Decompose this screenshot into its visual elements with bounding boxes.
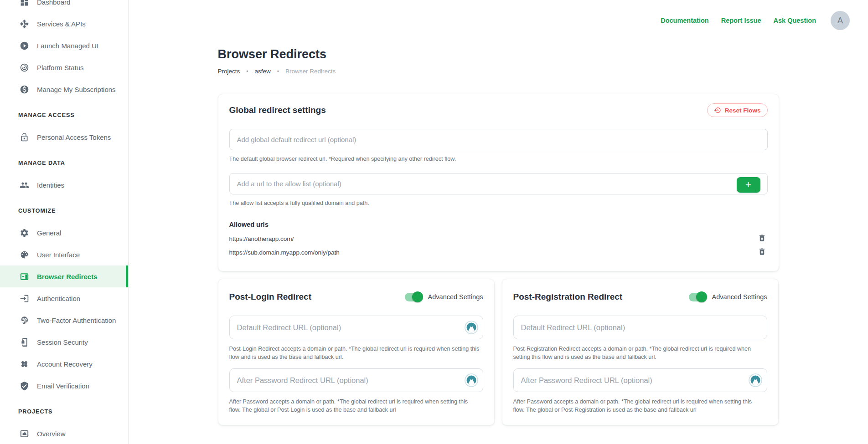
post-login-after-password-wrap [229,368,483,392]
breadcrumb-project-name[interactable]: asfew [254,68,270,75]
post-login-default-help: Post-Login Redirect accepts a domain or … [229,345,481,361]
sidebar-item-label: Overview [37,430,66,438]
post-registration-advanced-label: Advanced Settings [712,293,767,301]
davinci-flow-icon [749,373,762,387]
sidebar-item-label: Personal Access Tokens [37,133,111,141]
shield-check-icon [19,381,29,391]
breadcrumb-separator: • [246,68,248,75]
sidebar-item-authentication[interactable]: Authentication [0,287,128,309]
post-login-after-password-input[interactable] [229,368,483,392]
breadcrumb-current: Browser Redirects [285,68,336,75]
top-bar: Documentation Report Issue Ask Question … [129,0,868,41]
services-apis-icon [19,19,29,29]
fingerprint-icon [19,315,29,325]
sidebar-item-label: Two-Factor Authentication [37,316,116,324]
post-registration-default-wrap [513,316,767,339]
post-login-default-wrap [229,316,483,339]
post-registration-advanced-toggle[interactable] [689,293,706,301]
post-login-title: Post-Login Redirect [229,292,405,302]
sidebar-section-manage-data: MANAGE DATA [0,152,128,174]
sidebar-item-personal-access-tokens[interactable]: Personal Access Tokens [0,126,128,148]
sidebar-item-dashboard[interactable]: Dashboard [0,0,128,13]
sidebar-section-manage-access: MANAGE ACCESS [0,104,128,126]
post-login-header: Post-Login Redirect Advanced Settings [229,290,483,304]
breadcrumb-separator: • [277,68,279,75]
davinci-flow-icon [465,321,478,334]
trash-icon [758,247,766,257]
device-lock-icon [19,337,29,347]
palette-icon [19,250,29,260]
report-issue-link[interactable]: Report Issue [721,17,761,24]
sidebar-item-session-security[interactable]: Session Security [0,331,128,353]
add-url-button[interactable]: + [737,177,760,193]
sidebar-item-two-factor[interactable]: Two-Factor Authentication [0,309,128,331]
allowed-url-text: https://sub.domain.myapp.com/only/path [229,249,340,256]
post-registration-redirect-card: Post-Registration Redirect Advanced Sett… [502,279,779,425]
davinci-flow-icon [465,373,478,387]
sidebar-item-label: Services & APIs [37,20,86,28]
post-login-advanced-toggle[interactable] [405,293,422,301]
bandage-icon [19,359,29,369]
global-card-header: Global redirect settings Reset Flows [229,103,768,117]
sidebar-item-services-apis[interactable]: Services & APIs [0,13,128,35]
flow-cards-row: Post-Login Redirect Advanced Settings Po… [218,279,779,425]
page-title: Browser Redirects [218,47,779,61]
sidebar-item-label: Platform Status [37,64,84,71]
ask-question-link[interactable]: Ask Question [774,17,816,24]
post-registration-title: Post-Registration Redirect [513,292,689,302]
sidebar-item-account-recovery[interactable]: Account Recovery [0,353,128,375]
gear-icon [19,228,29,238]
overview-image-icon [19,429,29,439]
sidebar-item-launch-managed-ui[interactable]: Launch Managed UI [0,35,128,56]
sidebar-item-general[interactable]: General [0,222,128,244]
allowed-url-row: https://anotherapp.com/ [229,232,768,245]
breadcrumb-projects[interactable]: Projects [218,68,240,75]
global-card-title: Global redirect settings [229,105,707,115]
avatar[interactable]: A [831,11,850,30]
breadcrumb: Projects • asfew • Browser Redirects [218,68,779,75]
reset-flows-button[interactable]: Reset Flows [707,103,768,117]
sidebar-nav: Dashboard Services & APIs Launch Managed… [0,0,128,444]
sidebar-item-label: Identities [37,181,64,189]
post-registration-default-input[interactable] [513,316,767,339]
post-login-default-input[interactable] [229,316,483,339]
default-redirect-wrap [229,129,768,150]
sidebar-section-projects: PROJECTS [0,401,128,423]
sidebar-item-manage-subscriptions[interactable]: Manage My Subscriptions [0,78,128,100]
sidebar-item-label: Launch Managed UI [37,42,98,50]
sidebar-item-overview[interactable]: Overview [0,423,128,444]
sidebar-item-label: Authentication [37,295,80,302]
avatar-initial: A [837,16,843,26]
allow-list-help: The allow list accepts a fully qualified… [229,199,768,207]
reset-flows-label: Reset Flows [725,107,761,114]
global-default-redirect-help: The default global browser redirect url.… [229,155,768,163]
sidebar-item-browser-redirects[interactable]: Browser Redirects [0,265,128,287]
main-area: Documentation Report Issue Ask Question … [129,0,868,444]
allow-list-input[interactable] [229,173,768,194]
page-content: Browser Redirects Projects • asfew • Bro… [218,47,779,425]
sidebar-section-customize: CUSTOMIZE [0,200,128,222]
sidebar-item-email-verification[interactable]: Email Verification [0,375,128,397]
delete-url-button[interactable] [757,233,768,244]
global-redirect-settings-card: Global redirect settings Reset Flows The… [218,94,779,271]
post-registration-after-password-help: After Password accepts a domain or path.… [513,398,765,414]
lock-open-icon [19,132,29,142]
allowed-url-row: https://sub.domain.myapp.com/only/path [229,245,768,259]
sidebar-item-label: User Interface [37,251,80,259]
global-default-redirect-input[interactable] [229,129,768,150]
toggle-knob [696,291,707,302]
sidebar-item-platform-status[interactable]: Platform Status [0,56,128,78]
browser-window-icon [19,271,29,281]
history-icon [714,107,721,114]
post-registration-after-password-input[interactable] [513,368,767,392]
sidebar-item-label: Dashboard [37,0,70,6]
documentation-link[interactable]: Documentation [661,17,709,24]
sidebar-item-identities[interactable]: Identities [0,174,128,196]
sidebar: Dashboard Services & APIs Launch Managed… [0,0,129,444]
allow-list-wrap: + [229,173,768,194]
sidebar-item-label: General [37,229,61,237]
post-login-redirect-card: Post-Login Redirect Advanced Settings Po… [218,279,495,425]
sidebar-item-user-interface[interactable]: User Interface [0,244,128,265]
delete-url-button[interactable] [757,247,768,258]
post-registration-after-password-wrap [513,368,767,392]
